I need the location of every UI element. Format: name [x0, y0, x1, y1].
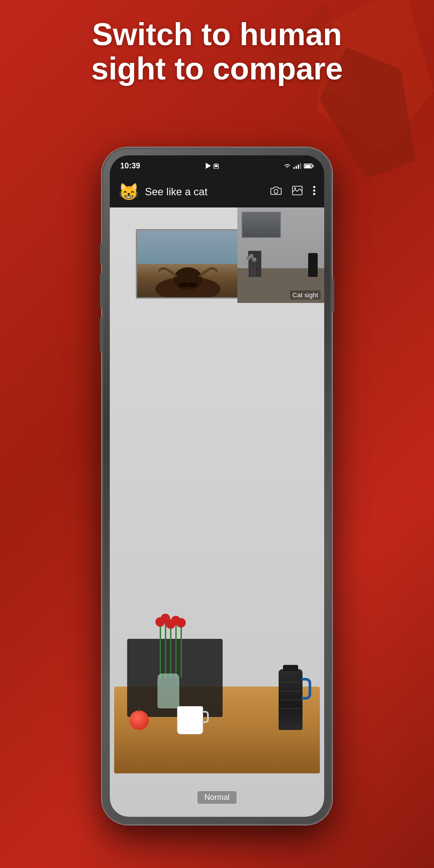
more-dots-icon: [313, 186, 316, 195]
cat-sight-thumbnail[interactable]: Cat sight: [237, 207, 324, 303]
volume-up-button: [100, 273, 102, 308]
status-bar-right: [284, 163, 314, 169]
svg-point-5: [294, 187, 296, 189]
bottle-handle: [302, 678, 311, 700]
svg-point-3: [274, 190, 278, 194]
svg-point-6: [313, 186, 316, 188]
status-time: 10:39: [120, 161, 140, 171]
gallery-button[interactable]: [292, 186, 302, 198]
camera-button[interactable]: [270, 186, 282, 198]
phone-screen: 10:39: [110, 155, 324, 817]
apple: [129, 710, 149, 730]
headline-line1: Switch to human: [92, 17, 342, 52]
flowers: [151, 617, 186, 678]
app-logo: 😸: [118, 182, 139, 201]
svg-point-8: [313, 193, 316, 195]
more-button[interactable]: [313, 186, 316, 198]
painting-mountain: [137, 230, 239, 264]
phone-device: 10:39: [102, 148, 332, 825]
normal-label: Normal: [197, 791, 237, 804]
status-icons-left: [206, 163, 219, 169]
wifi-icon: [284, 163, 291, 168]
coffee-mug: [177, 706, 203, 734]
apple-stem: [138, 708, 140, 711]
media-play-icon: [206, 163, 211, 169]
app-bar: 😸 See like a cat: [110, 176, 324, 207]
phone-frame: 10:39: [102, 148, 332, 825]
power-button: [332, 278, 334, 312]
gallery-icon: [292, 186, 302, 195]
cat-sight-label: Cat sight: [290, 290, 321, 299]
svg-rect-2: [215, 165, 217, 167]
thumb-flowers: [246, 256, 261, 278]
svg-point-12: [187, 283, 197, 287]
mute-button: [100, 243, 102, 265]
svg-marker-0: [206, 163, 211, 169]
bottle-cap: [283, 665, 298, 671]
camera-icon: [270, 186, 282, 195]
headline: Switch to human sight to compare: [26, 17, 408, 86]
thumb-painting: [242, 212, 281, 238]
svg-point-10: [174, 267, 202, 290]
wall-painting: [136, 229, 240, 299]
sim-card-icon: [214, 163, 219, 169]
svg-point-7: [313, 190, 316, 192]
signal-bars-icon: [293, 163, 301, 169]
water-bottle: [279, 669, 302, 730]
status-bar: 10:39: [110, 155, 324, 176]
painting-cow-svg: [137, 260, 239, 297]
app-title: See like a cat: [145, 186, 270, 198]
mug-handle: [202, 711, 209, 723]
thumb-bottle: [308, 253, 318, 277]
title-area: Switch to human sight to compare: [26, 17, 408, 86]
app-bar-actions: [270, 186, 316, 198]
thumb-scene-cat: [237, 207, 324, 303]
battery-icon: [304, 164, 314, 168]
headline-line2: sight to compare: [91, 51, 343, 86]
volume-down-button: [100, 317, 102, 352]
flower-vase: [158, 674, 179, 708]
